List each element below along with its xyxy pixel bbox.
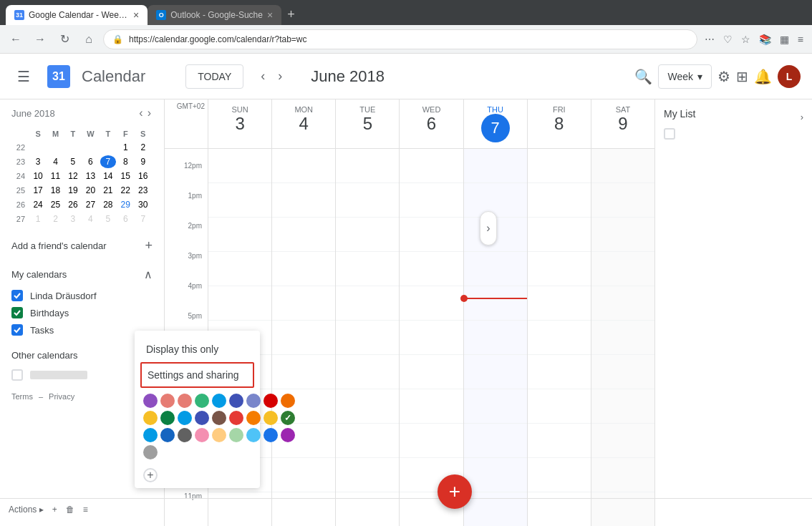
right-panel-expand-icon[interactable]: › [801,112,803,122]
color-cobalt[interactable] [264,428,278,442]
color-tangerine-2[interactable] [281,394,295,408]
my-calendars-header[interactable]: My calendars ∧ [0,262,164,287]
mini-day-12[interactable]: 12 [65,170,81,182]
mini-day-3[interactable]: 3 [30,155,46,168]
add-friend-calendar[interactable]: Add a friend's calendar + [0,233,164,259]
color-tomato-2[interactable] [264,394,278,408]
mini-day-1-next[interactable]: 1 [30,213,46,225]
apps-button[interactable]: ⊞ [736,68,748,85]
mini-day-6-next[interactable]: 6 [117,213,133,225]
avatar[interactable]: L [778,65,801,88]
color-blueberry[interactable] [229,394,243,408]
privacy-link[interactable]: Privacy [49,392,74,401]
mini-day-24[interactable]: 24 [30,198,46,211]
color-banana[interactable] [143,411,158,425]
more-button[interactable]: ⋯ [702,31,717,48]
inactive-tab-close[interactable]: × [267,9,273,21]
actions-label[interactable]: Actions ▸ [9,505,44,515]
mini-day[interactable] [47,141,63,154]
mini-day-30[interactable]: 30 [135,198,151,211]
mini-day-21[interactable]: 21 [100,184,116,197]
color-silver[interactable] [143,445,158,459]
tasks-checkbox[interactable] [11,324,23,336]
color-graphite-3[interactable] [178,428,192,442]
pocket-button[interactable]: ♡ [720,31,735,48]
hamburger-button[interactable]: ☰ [11,62,36,91]
mini-day-29[interactable]: 29 [117,198,133,211]
menu-button[interactable]: ≡ [795,31,806,48]
mini-prev-button[interactable]: ‹ [137,105,144,121]
mini-day-6[interactable]: 6 [82,155,98,168]
mini-day-3-next[interactable]: 3 [65,213,81,225]
color-tomato[interactable] [143,394,158,408]
notifications-button[interactable]: 🔔 [754,68,772,85]
mini-day-22[interactable]: 22 [117,184,133,197]
refresh-button[interactable]: ↻ [54,29,74,49]
mini-day-20[interactable]: 20 [82,184,98,197]
mini-day-15[interactable]: 15 [117,170,133,182]
address-bar[interactable]: 🔒 https://calendar.google.com/calendar/r… [103,29,697,49]
birthdays-checkbox[interactable] [11,307,23,318]
delete-icon[interactable]: 🗑 [66,505,74,515]
mini-day-18[interactable]: 18 [47,184,63,197]
color-sage-selected[interactable] [281,411,295,425]
mini-day-16[interactable]: 16 [135,170,151,182]
color-peach[interactable] [212,428,226,442]
color-mint[interactable] [229,428,243,442]
color-peacock-3[interactable] [143,428,158,442]
color-tomato-3[interactable] [229,411,243,425]
color-sage-2[interactable] [160,411,175,425]
settings-sharing-item[interactable]: Settings and sharing [140,362,254,388]
mini-next-button[interactable]: › [146,105,153,121]
mini-day-7-next[interactable]: 7 [135,213,151,225]
add-task-icon[interactable]: + [52,505,57,515]
color-banana-3[interactable] [264,411,278,425]
mini-day-9[interactable]: 9 [135,155,151,168]
list-view-icon[interactable]: ≡ [83,505,88,515]
mini-day-13[interactable]: 13 [82,170,98,182]
active-tab-close[interactable]: × [133,9,139,21]
day-col-tue[interactable] [335,149,399,526]
color-lavender[interactable] [246,394,261,408]
mini-day-7-today[interactable]: 7 [100,155,116,168]
next-week-button[interactable]: › [272,66,288,87]
color-sage[interactable] [195,394,209,408]
color-graphite[interactable] [212,411,226,425]
forward-button[interactable]: → [30,29,50,49]
scroll-right-button[interactable]: › [480,211,497,245]
create-event-fab[interactable]: + [438,474,472,509]
library-button[interactable]: 📚 [756,31,774,48]
settings-button[interactable]: ⚙ [717,68,730,85]
mini-day-28[interactable]: 28 [100,198,116,211]
mini-day-17[interactable]: 17 [30,184,46,197]
color-grape[interactable] [281,428,295,442]
mini-day-5-next[interactable]: 5 [100,213,116,225]
mini-day-10[interactable]: 10 [30,170,46,182]
color-tangerine-3[interactable] [246,411,261,425]
color-blueberry-2[interactable] [195,411,209,425]
mini-day-26[interactable]: 26 [65,198,81,211]
day-col-thu[interactable] [463,149,527,526]
day-col-mon[interactable] [271,149,335,526]
mini-day[interactable] [100,141,116,154]
mini-day-5[interactable]: 5 [65,155,81,168]
color-sky[interactable] [246,428,261,442]
other-calendar-checkbox[interactable] [11,369,23,381]
mini-day-11[interactable]: 11 [47,170,63,182]
color-blueberry-3[interactable] [160,428,175,442]
display-only-item[interactable]: Display this only [135,336,260,362]
mini-day-4-next[interactable]: 4 [82,213,98,225]
color-tangerine[interactable] [178,394,192,408]
calendar-item-birthdays[interactable]: Birthdays [0,304,164,321]
back-button[interactable]: ← [6,29,26,49]
home-button[interactable]: ⌂ [79,29,99,49]
mini-day-2[interactable]: 2 [135,141,151,154]
view-selector[interactable]: Week ▾ [658,64,712,89]
mini-day[interactable] [82,141,98,154]
inactive-tab[interactable]: O Outlook - Google-Suche × [148,5,281,25]
day-col-sat[interactable] [591,149,654,526]
list-checkbox[interactable] [664,128,675,140]
mini-day-27[interactable]: 27 [82,198,98,211]
bookmark-button[interactable]: ☆ [738,31,753,48]
mini-day-2-next[interactable]: 2 [47,213,63,225]
